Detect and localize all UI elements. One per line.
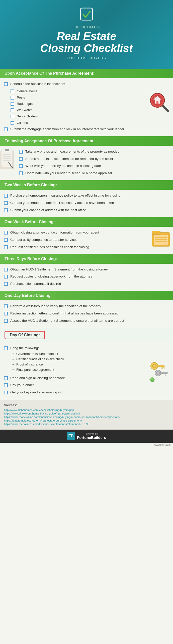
svg-rect-25 xyxy=(157,365,164,367)
checkbox-cashiers-check[interactable] xyxy=(4,245,8,249)
checkbox-sign-paperwork[interactable] xyxy=(4,376,8,380)
checkbox-inspection-letters[interactable] xyxy=(4,312,8,315)
checkbox-title-insurance[interactable] xyxy=(4,282,8,286)
label-copies-paperwork: Request copies of closing paperwork from… xyxy=(10,274,92,279)
folder-icon xyxy=(152,228,170,249)
svg-rect-33 xyxy=(151,381,154,382)
checkbox-bring-following[interactable] xyxy=(4,346,8,350)
powered-by-label: Powered by: xyxy=(77,433,106,435)
checkbox-well-water[interactable] xyxy=(11,108,14,112)
section-header-one-day: One Day Before Closing: xyxy=(0,291,173,300)
clipboard-icon xyxy=(0,148,15,172)
checkbox-utilities[interactable] xyxy=(4,238,8,242)
section-header-following: Following Acceptance Of Purchase Agreeme… xyxy=(0,136,173,146)
label-address-change: Submit your change of address with the p… xyxy=(10,208,86,213)
check-utilities: Contact utility companies to transfer se… xyxy=(4,238,169,242)
checkbox-septic[interactable] xyxy=(11,115,14,118)
section-three-days: Three Days Before Closing: Obtain an HUD… xyxy=(0,254,173,290)
website-label: www.lfam.com xyxy=(0,443,173,447)
checkbox-copies-paperwork[interactable] xyxy=(4,275,8,279)
section-items-following: Take any photos and measurements of the … xyxy=(0,146,173,179)
label-cashiers-check: Request certified funds or cashier's che… xyxy=(10,245,89,250)
check-lender-confirm: Contact your lender to confirm all neces… xyxy=(4,201,169,205)
svg-marker-34 xyxy=(149,377,155,380)
bring-item-purchase: Final purchase agreement xyxy=(16,367,64,372)
source-link-2[interactable]: https://www.zillow.com/home-buying-guide… xyxy=(4,412,169,415)
svg-rect-27 xyxy=(164,367,165,368)
svg-rect-10 xyxy=(5,149,9,151)
check-hud1-assess: Assess the HUD-1 Settlement Statement to… xyxy=(4,318,169,323)
source-link-4[interactable]: https://legaltemplates.net/form/real-est… xyxy=(4,419,169,422)
sources-section: Sources: http://www.alphahomes.com/check… xyxy=(0,400,173,430)
footer-content: Powered by: FortuneBuilders xyxy=(77,433,106,440)
checkbox-hud1-assess[interactable] xyxy=(4,319,8,323)
bring-item-cashiers: Certified funds of cashier's check xyxy=(16,357,64,361)
checkbox-schedule-inspections[interactable] xyxy=(4,82,8,86)
section-day-of-closing: Day Of Closing: xyxy=(0,328,173,398)
label-hud1: Obtain an HUD-1 Settlement Statement fro… xyxy=(10,267,108,272)
check-appraisal: Coordinate with your lender to schedule … xyxy=(19,171,169,176)
check-sub-septic: Septic System xyxy=(11,114,169,119)
checkbox-appraisal[interactable] xyxy=(19,171,23,175)
check-attorney-contact: Obtain closing attorney contact informat… xyxy=(4,230,169,235)
check-inspection-items: Submit home inspection items to be remed… xyxy=(19,157,169,161)
checkbox-oil-tank[interactable] xyxy=(11,121,14,125)
checkbox-radon[interactable] xyxy=(11,102,14,106)
section-following-acceptance: Following Acceptance Of Purchase Agreeme… xyxy=(0,136,173,179)
label-well-water: Well water xyxy=(17,108,32,112)
check-insurance: Purchase a homeowners insurance policy t… xyxy=(4,193,169,198)
section-two-weeks: Two Weeks Before Closing: Purchase a hom… xyxy=(0,180,173,216)
checkbox-pests[interactable] xyxy=(11,96,14,100)
label-hud1-assess: Assess the HUD-1 Settlement Statement to… xyxy=(10,318,124,323)
check-get-keys: Get your keys and start moving in! xyxy=(4,390,169,395)
check-copies-paperwork: Request copies of closing paperwork from… xyxy=(4,274,169,279)
check-inspection-letters: Review inspection letters to confirm tha… xyxy=(4,311,169,316)
brand-name: FortuneBuilders xyxy=(77,435,106,440)
section-items-purchase-agreement: Schedule the applicable inspections: Gen… xyxy=(0,78,173,135)
check-sub-general-home: General home xyxy=(11,89,169,94)
checkbox-photos[interactable] xyxy=(19,150,23,154)
checkbox-attorney-schedule[interactable] xyxy=(19,164,23,168)
label-radon: Radon gas xyxy=(17,102,33,106)
sub-checklist-inspections: General home Pests Radon gas Well water … xyxy=(11,89,169,125)
check-sub-pests: Pests xyxy=(11,95,169,100)
label-insurance: Purchase a homeowners insurance policy t… xyxy=(10,193,120,198)
label-inspection-items: Submit home inspection items to be remed… xyxy=(25,157,113,161)
checkbox-pay-lender[interactable] xyxy=(4,383,8,387)
sources-title: Sources: xyxy=(4,403,169,407)
check-attorney-schedule: Work with your attorney to schedule a cl… xyxy=(19,164,169,168)
label-pay-lender: Pay your lender xyxy=(10,383,34,388)
magnify-icon xyxy=(148,91,170,113)
label-get-keys: Get your keys and start moving in! xyxy=(10,390,62,395)
source-link-5[interactable]: https://www.thebalance.com/the-hud-1-set… xyxy=(4,423,169,426)
label-title-insurance: Purchase title insurance if desired xyxy=(10,282,61,286)
checkbox-inspection-items[interactable] xyxy=(19,157,23,161)
bring-following-label: Bring the following: xyxy=(10,346,39,350)
checkbox-lender-confirm[interactable] xyxy=(4,201,8,205)
checkbox-attorney-contact[interactable] xyxy=(4,231,8,235)
checkbox-hud1[interactable] xyxy=(4,268,8,271)
checkbox-address-change[interactable] xyxy=(4,208,8,212)
section-one-week: One Week Before Closing: Obtain closing … xyxy=(0,217,173,253)
label-utilities: Contact utility companies to transfer se… xyxy=(10,238,77,242)
section-header-two-weeks: Two Weeks Before Closing: xyxy=(0,180,173,190)
source-link-3[interactable]: https://www.money-zine.com/financial-pla… xyxy=(4,416,169,419)
checkbox-get-keys[interactable] xyxy=(4,391,8,394)
check-address-change: Submit your change of address with the p… xyxy=(4,208,169,213)
source-link-1[interactable]: http://www.alphahomes.com/checklist-clos… xyxy=(4,408,169,411)
checkbox-walkthrough[interactable] xyxy=(4,304,8,308)
check-hud1: Obtain an HUD-1 Settlement Statement fro… xyxy=(4,267,169,272)
footer: FB Powered by: FortuneBuilders xyxy=(0,430,173,443)
checkbox-general-home[interactable] xyxy=(11,89,14,93)
check-pay-lender: Pay your lender xyxy=(4,383,169,388)
checkbox-insurance[interactable] xyxy=(4,194,8,198)
svg-rect-19 xyxy=(154,235,168,245)
checkbox-mortgage[interactable] xyxy=(4,127,8,131)
header-subtitle-top: THE ULTIMATE xyxy=(5,25,168,29)
section-items-two-weeks: Purchase a homeowners insurance policy t… xyxy=(0,190,173,216)
day-closing-header: Day Of Closing: xyxy=(0,328,173,342)
label-attorney-schedule: Work with your attorney to schedule a cl… xyxy=(25,164,101,168)
section-one-day: One Day Before Closing: Perform a walk-t… xyxy=(0,291,173,327)
check-item-label: Schedule the applicable inspections: xyxy=(10,82,65,86)
svg-rect-31 xyxy=(165,374,166,375)
